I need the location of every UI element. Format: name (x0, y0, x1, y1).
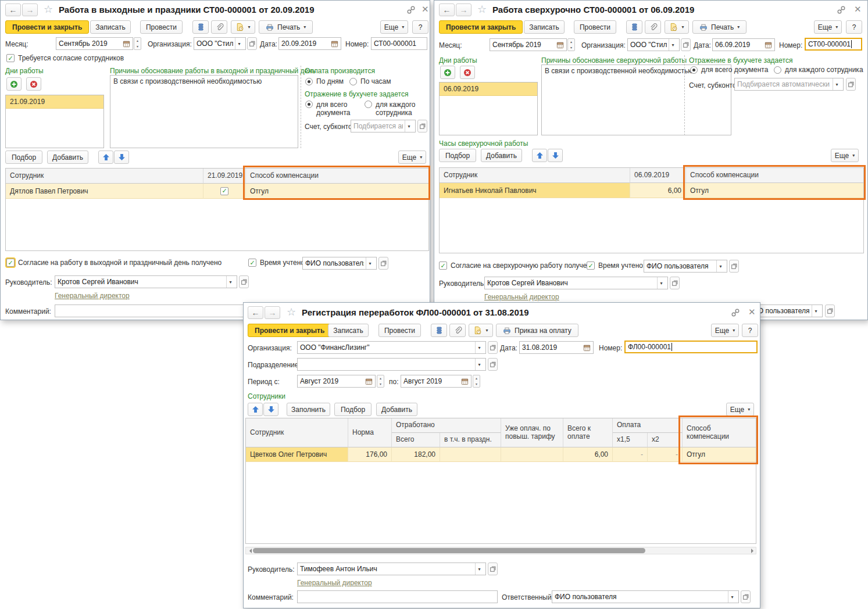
column-header-holiday[interactable]: в т.ч. в праздн. (440, 433, 501, 447)
document-register-icon[interactable] (431, 324, 447, 337)
column-header-employee[interactable]: Сотрудник (6, 169, 203, 184)
organization-field[interactable]: ООО "Стиль"▾ (627, 38, 680, 51)
month-spinner[interactable]: ▴▾ (567, 38, 575, 51)
period-to-spinner[interactable]: ▴▾ (473, 375, 480, 388)
time-user-field[interactable]: ФИО пользователя▾ (644, 260, 727, 273)
account-open-icon[interactable] (417, 120, 427, 132)
require-consent-checkbox[interactable]: ✓ (6, 54, 15, 62)
remove-day-button[interactable] (26, 77, 41, 91)
add-day-button[interactable] (6, 77, 22, 91)
payment-by-hours-radio[interactable] (349, 78, 357, 85)
reminder-icon-button[interactable]: ▾ (231, 20, 255, 34)
favorite-star-icon[interactable]: ☆ (477, 4, 487, 15)
reflect-whole-doc-radio[interactable] (305, 101, 313, 108)
close-icon[interactable]: ✕ (422, 4, 429, 15)
column-header-x15[interactable]: х1,5 (613, 433, 648, 447)
print-button[interactable]: Печать▾ (259, 20, 313, 34)
dropdown-icon[interactable]: ▾ (728, 591, 736, 603)
help-button[interactable]: ? (846, 20, 862, 34)
pay-order-button[interactable]: Приказ на оплату (496, 324, 578, 337)
column-header-already-paid[interactable]: Уже оплач. по повыш. тарифу (501, 418, 563, 447)
dropdown-icon[interactable]: ▾ (475, 359, 483, 370)
column-header-payment[interactable]: Оплата (613, 418, 683, 433)
pick-button[interactable]: Подбор (5, 151, 42, 164)
column-header-employee[interactable]: Сотрудник (246, 418, 348, 447)
cell-total[interactable]: 182,00 (392, 447, 440, 462)
move-down-button[interactable] (114, 151, 129, 164)
pick-button[interactable]: Подбор (439, 149, 476, 162)
manager-open-icon[interactable] (239, 275, 249, 288)
period-to-field[interactable]: Август 2019 (401, 375, 471, 388)
scrollbar-right-arrow[interactable] (751, 549, 756, 553)
table-more-button[interactable]: Еще▾ (831, 149, 859, 162)
forward-button[interactable]: → (265, 306, 280, 319)
column-header-date[interactable]: 21.09.2019 (203, 169, 246, 184)
worked-checkbox[interactable]: ✓ (220, 187, 228, 195)
save-button[interactable]: Записать (524, 20, 565, 34)
account-open-icon[interactable] (846, 78, 856, 91)
account-field[interactable]: Подбирается автоматически▾ (734, 78, 844, 91)
date-field[interactable]: 20.09.2019 (278, 37, 341, 50)
move-down-button[interactable] (548, 149, 563, 162)
department-field[interactable]: ▾ (297, 358, 486, 371)
move-down-button[interactable] (263, 403, 278, 416)
manager-open-icon[interactable] (670, 277, 680, 289)
back-button[interactable]: ← (5, 3, 21, 16)
move-up-button[interactable] (532, 149, 547, 162)
table-more-button[interactable]: Еще▾ (726, 403, 754, 416)
dropdown-icon[interactable]: ▾ (657, 277, 665, 289)
close-icon[interactable]: ✕ (854, 4, 862, 15)
post-and-close-button[interactable]: Провести и закрыть (5, 20, 89, 34)
cell-employee[interactable]: Игнатьев Николай Павлович (440, 183, 630, 198)
column-header-total[interactable]: Всего (392, 433, 440, 447)
organization-open-icon[interactable] (681, 38, 691, 51)
add-button[interactable]: Добавить (376, 403, 417, 416)
more-button[interactable]: Еще▾ (711, 324, 739, 337)
close-icon[interactable]: ✕ (748, 307, 756, 317)
move-up-button[interactable] (98, 151, 113, 164)
reflect-each-emp-radio[interactable] (774, 66, 781, 74)
reason-textarea[interactable]: В связи с производственной необходимость… (541, 65, 731, 135)
more-button[interactable]: Еще▾ (814, 20, 842, 34)
cell-compensation[interactable]: Отгул (683, 447, 756, 462)
organization-field[interactable]: ООО "ФинансЛизинг"▾ (297, 341, 486, 354)
dropdown-icon[interactable]: ▾ (812, 305, 820, 317)
move-up-button[interactable] (248, 403, 263, 416)
table-more-button[interactable]: Еще▾ (398, 151, 426, 164)
column-header-total-to-pay[interactable]: Всего к оплате (563, 418, 613, 447)
cell-x2[interactable]: - (648, 447, 683, 462)
favorite-star-icon[interactable]: ☆ (44, 4, 53, 15)
reminder-icon-button[interactable]: ▾ (469, 324, 493, 337)
get-link-icon[interactable] (731, 308, 740, 317)
column-header-compensation[interactable]: Способ компенсации (246, 169, 428, 184)
help-button[interactable]: ? (742, 324, 758, 337)
scrollbar-left-arrow[interactable] (247, 549, 252, 553)
attachments-icon[interactable] (645, 20, 661, 34)
consent-received-checkbox[interactable]: ✓ (6, 259, 15, 267)
manager-field[interactable]: Кротов Сергей Иванович▾ (55, 275, 237, 288)
cell-compensation[interactable]: Отгул (686, 183, 863, 198)
calendar-icon[interactable] (765, 41, 772, 49)
manager-open-icon[interactable] (488, 563, 498, 575)
cell-employee[interactable]: Дятлов Павел Петрович (6, 184, 203, 199)
month-field[interactable]: Сентябрь 2019 (56, 37, 133, 50)
consent-received-checkbox[interactable]: ✓ (439, 261, 447, 270)
attachments-icon[interactable] (449, 324, 466, 337)
number-field[interactable]: СТ00-000001 (805, 38, 862, 51)
dropdown-icon[interactable]: ▾ (475, 342, 483, 353)
cell-norm[interactable]: 176,00 (348, 447, 392, 462)
attachments-icon[interactable] (211, 20, 227, 34)
time-user-field[interactable]: ФИО пользователя▾ (302, 257, 377, 270)
number-field[interactable]: ФЛ00-000001 (624, 341, 758, 353)
save-button[interactable]: Записать (90, 20, 131, 34)
dropdown-icon[interactable]: ▾ (235, 38, 243, 49)
column-header-norm[interactable]: Норма (348, 418, 392, 447)
month-spinner[interactable]: ▴▾ (134, 37, 141, 50)
manager-role-link[interactable]: Генеральный директор (55, 292, 130, 300)
responsible-field[interactable]: ФИО пользователя▾ (552, 590, 739, 603)
dropdown-icon[interactable]: ▾ (833, 78, 841, 90)
calendar-icon[interactable] (583, 344, 591, 352)
cell-holiday[interactable] (440, 447, 501, 462)
month-field[interactable]: Сентябрь 2019 (490, 38, 567, 51)
dropdown-icon[interactable]: ▾ (366, 257, 374, 269)
